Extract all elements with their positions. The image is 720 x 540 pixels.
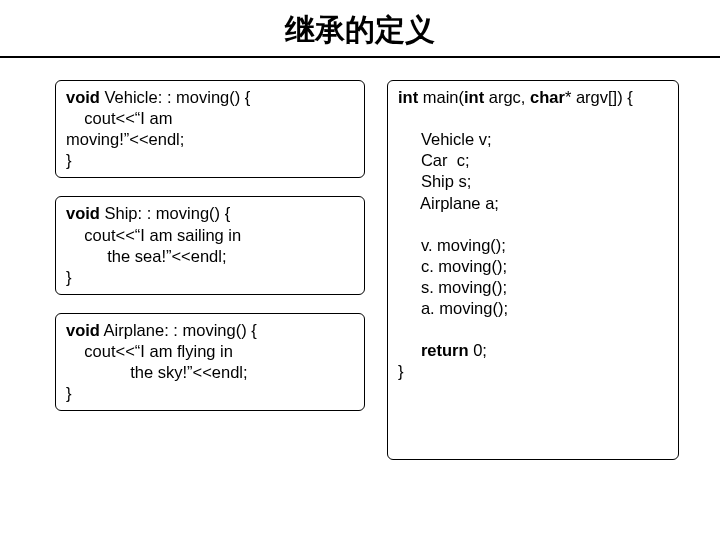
keyword-void: void [66,321,100,339]
code-text: * argv[]) { [565,88,633,106]
title-underline [0,56,720,58]
code-text: s. moving(); [398,278,507,296]
code-text: } [66,151,72,169]
left-column: void Vehicle: : moving() { cout<<“I am m… [55,80,365,460]
code-text: a. moving(); [398,299,508,317]
code-text: main( [418,88,464,106]
right-column: int main(int argc, char* argv[]) { Vehic… [387,80,679,460]
code-box-airplane: void Airplane: : moving() { cout<<“I am … [55,313,365,411]
code-text: argc, [484,88,530,106]
code-text: } [66,268,72,286]
keyword-void: void [66,204,100,222]
code-text: v. moving(); [398,236,506,254]
code-text: Ship: : moving() { [100,204,230,222]
code-text: c. moving(); [398,257,507,275]
code-text: the sky!”<<endl; [66,363,248,381]
code-text: cout<<“I am sailing in [66,226,241,244]
page-title: 继承的定义 [0,0,720,57]
code-text: cout<<“I am [66,109,172,127]
keyword-char: char [530,88,565,106]
code-text: Airplane: : moving() { [100,321,257,339]
code-text: } [66,384,72,402]
code-text: Car c; [398,151,470,169]
code-text: } [398,362,404,380]
code-box-main: int main(int argc, char* argv[]) { Vehic… [387,80,679,460]
code-text: Airplane a; [398,194,499,212]
code-text: Ship s; [398,172,471,190]
keyword-return: return [421,341,469,359]
code-box-ship: void Ship: : moving() { cout<<“I am sail… [55,196,365,294]
keyword-int: int [464,88,484,106]
code-text: the sea!”<<endl; [66,247,227,265]
code-text: cout<<“I am flying in [66,342,233,360]
code-text: Vehicle: : moving() { [100,88,250,106]
code-text [398,341,421,359]
code-text: 0; [469,341,487,359]
content-area: void Vehicle: : moving() { cout<<“I am m… [0,80,720,460]
slide: 继承的定义 void Vehicle: : moving() { cout<<“… [0,0,720,540]
code-box-vehicle: void Vehicle: : moving() { cout<<“I am m… [55,80,365,178]
code-text: Vehicle v; [398,130,492,148]
keyword-void: void [66,88,100,106]
keyword-int: int [398,88,418,106]
code-text: moving!”<<endl; [66,130,184,148]
